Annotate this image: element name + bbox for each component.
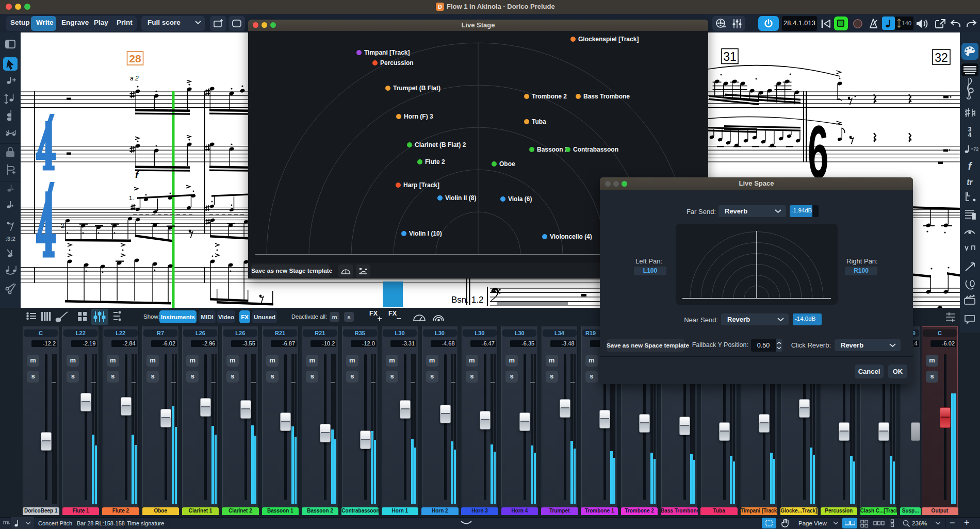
svg-text:Show:: Show: — [143, 313, 160, 320]
svg-text:2.: 2. — [61, 223, 66, 229]
svg-text:m: m — [332, 314, 337, 320]
svg-text:FX: FX — [241, 314, 249, 320]
svg-text:a 2: a 2 — [130, 75, 139, 82]
svg-text:=72: =72 — [971, 146, 978, 152]
svg-text:MIDI: MIDI — [201, 314, 213, 320]
svg-text:4: 4 — [968, 131, 972, 139]
svg-text:FX: FX — [369, 310, 378, 317]
svg-text:Instruments: Instruments — [161, 314, 195, 320]
svg-text:32: 32 — [935, 51, 948, 64]
svg-text:s: s — [347, 314, 350, 320]
svg-text:1.: 1. — [129, 195, 134, 201]
svg-text::3:2: :3:2 — [5, 236, 15, 242]
svg-text:28: 28 — [129, 53, 141, 64]
svg-text:Video: Video — [218, 314, 234, 320]
svg-text:Bsn. 1.2: Bsn. 1.2 — [451, 295, 483, 305]
svg-text:f: f — [968, 160, 973, 172]
svg-text:31: 31 — [723, 50, 737, 63]
svg-text:FX: FX — [388, 310, 397, 317]
svg-text:Unused: Unused — [254, 314, 275, 320]
svg-text:Deactivate all:: Deactivate all: — [291, 313, 327, 320]
svg-text:tr: tr — [967, 178, 973, 187]
